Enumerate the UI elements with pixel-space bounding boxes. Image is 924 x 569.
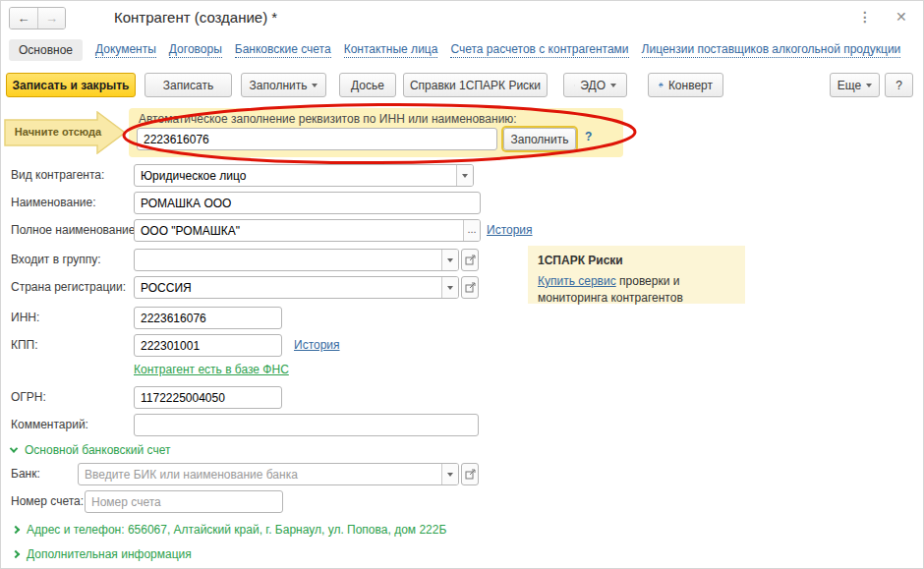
- chevron-down-icon: [866, 84, 872, 87]
- forward-icon: →: [45, 11, 58, 26]
- back-icon: ←: [18, 11, 30, 26]
- quickfill-fill-label: Заполнить: [511, 133, 569, 146]
- kind-input[interactable]: [135, 165, 456, 186]
- edo-menu-button[interactable]: ЭДО: [563, 73, 627, 97]
- forward-button[interactable]: →: [37, 8, 65, 28]
- dossier-button[interactable]: Досье: [339, 73, 396, 97]
- group-dropdown-button[interactable]: [441, 250, 458, 270]
- chevron-right-icon: [12, 550, 20, 558]
- bank-input[interactable]: [79, 464, 441, 484]
- bank-combobox: [78, 463, 459, 485]
- chevron-right-icon: [12, 526, 20, 534]
- tab-settlement-accounts[interactable]: Счета расчетов с контрагентами: [450, 42, 628, 58]
- address-section-title: Адрес и телефон: 656067, Алтайский край,…: [27, 523, 446, 537]
- inn-label: ИНН:: [11, 311, 39, 324]
- spark-references-label: Справки 1СПАРК Риски: [410, 79, 541, 92]
- window-more-button[interactable]: ⋮: [858, 9, 872, 25]
- spark-panel-text: Купить сервис проверки и мониторинга кон…: [538, 273, 735, 307]
- tab-contacts[interactable]: Контактные лица: [344, 42, 438, 58]
- ogrn-label: ОГРН:: [11, 390, 46, 404]
- kpp-history-link[interactable]: История: [294, 338, 340, 352]
- spark-panel-title: 1СПАРК Риски: [538, 253, 735, 269]
- country-open-button[interactable]: [461, 276, 479, 299]
- open-form-icon: [465, 469, 476, 480]
- kpp-input[interactable]: [135, 335, 281, 356]
- group-combobox: [134, 249, 459, 271]
- save-button[interactable]: Записать: [144, 73, 232, 97]
- name-input[interactable]: [135, 193, 480, 213]
- quickfill-inn-field: [137, 128, 497, 150]
- envelope-button[interactable]: Конверт: [648, 73, 723, 97]
- chevron-down-icon: [447, 473, 453, 477]
- quickfill-label: Автоматическое заполнение реквизитов по …: [139, 112, 517, 126]
- comment-field: [134, 414, 479, 436]
- country-combobox: [134, 276, 459, 299]
- tab-bank-accounts[interactable]: Банковские счета: [235, 42, 331, 58]
- tab-documents[interactable]: Документы: [95, 42, 156, 58]
- window-close-button[interactable]: ✕: [895, 9, 907, 25]
- ogrn-field: [134, 386, 282, 409]
- kpp-label: КПП:: [11, 338, 38, 352]
- open-form-icon: [465, 282, 476, 293]
- envelope-label: Конверт: [668, 79, 713, 92]
- comment-input[interactable]: [135, 415, 478, 435]
- open-form-icon: [465, 255, 476, 265]
- group-open-button[interactable]: [461, 249, 479, 271]
- save-label: Записать: [163, 79, 213, 92]
- quickfill-fill-button[interactable]: Заполнить: [503, 128, 576, 150]
- save-and-close-label: Записать и закрыть: [13, 79, 130, 92]
- fns-database-link[interactable]: Контрагент есть в базе ФНС: [134, 363, 289, 376]
- nav-history-group: ← →: [9, 7, 66, 29]
- fill-menu-button[interactable]: Заполнить: [241, 73, 326, 97]
- account-input[interactable]: [86, 491, 282, 512]
- spark-references-button[interactable]: Справки 1СПАРК Риски: [403, 73, 548, 97]
- kind-label: Вид контрагента:: [11, 168, 104, 182]
- edo-label: ЭДО: [580, 79, 606, 92]
- back-button[interactable]: ←: [10, 8, 37, 28]
- account-label: Номер счета:: [11, 494, 84, 508]
- chevron-down-icon: [312, 84, 318, 87]
- kind-dropdown-button[interactable]: [456, 165, 473, 186]
- full-name-input[interactable]: [135, 220, 463, 241]
- more-label: Еще: [837, 79, 861, 92]
- bank-section-header[interactable]: Основной банковский счет: [11, 443, 170, 457]
- address-section-header[interactable]: Адрес и телефон: 656067, Алтайский край,…: [13, 523, 446, 537]
- group-input[interactable]: [135, 250, 441, 270]
- page-title: Контрагент (создание) *: [114, 9, 277, 26]
- bank-dropdown-button[interactable]: [441, 464, 458, 484]
- full-name-history-link[interactable]: История: [487, 223, 533, 237]
- bank-open-button[interactable]: [461, 463, 479, 485]
- counterparty-window: ← → Контрагент (создание) * ⋮ ✕ Основное…: [0, 0, 924, 569]
- save-and-close-button[interactable]: Записать и закрыть: [6, 73, 136, 97]
- ellipsis-icon: ...: [467, 223, 476, 235]
- chevron-down-icon: [610, 84, 616, 87]
- additional-info-section-header[interactable]: Дополнительная информация: [13, 547, 192, 561]
- inn-input[interactable]: [135, 308, 281, 328]
- spark-risks-panel: 1СПАРК Риски Купить сервис проверки и мо…: [528, 246, 745, 304]
- chevron-down-icon: [447, 286, 453, 290]
- edo-exchange-icon: [574, 80, 575, 91]
- ogrn-input[interactable]: [135, 387, 281, 408]
- more-actions-button[interactable]: Еще: [830, 73, 880, 97]
- quickfill-help-link[interactable]: ?: [585, 130, 592, 143]
- printer-icon: [659, 79, 664, 91]
- chevron-down-icon: [462, 174, 468, 178]
- full-name-field: ...: [134, 219, 481, 242]
- bank-label: Банк:: [11, 467, 40, 481]
- kind-combobox: [134, 164, 474, 187]
- full-name-label: Полное наименование:: [11, 223, 139, 237]
- help-button[interactable]: ?: [885, 73, 913, 97]
- tab-contracts[interactable]: Договоры: [169, 42, 222, 58]
- tab-alcohol-licenses[interactable]: Лицензии поставщиков алкогольной продукц…: [642, 42, 901, 58]
- country-input[interactable]: [135, 277, 441, 298]
- fill-label: Заполнить: [250, 79, 308, 92]
- buy-service-link[interactable]: Купить сервис: [538, 274, 616, 288]
- full-name-ellipsis-button[interactable]: ...: [463, 220, 480, 241]
- comment-label: Комментарий:: [11, 418, 88, 431]
- inn-field: [134, 307, 282, 329]
- quickfill-inn-input[interactable]: [138, 129, 496, 149]
- country-dropdown-button[interactable]: [441, 277, 458, 298]
- tab-main[interactable]: Основное: [9, 39, 83, 61]
- name-field: [134, 192, 481, 214]
- group-label: Входит в группу:: [11, 253, 101, 266]
